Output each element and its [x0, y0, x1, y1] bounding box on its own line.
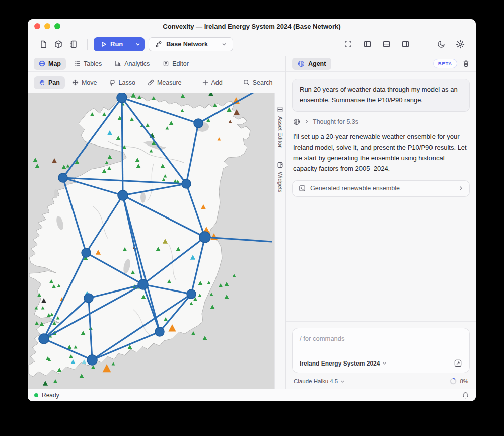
chevron-right-icon [304, 119, 309, 124]
network-node[interactable] [194, 119, 203, 128]
side-tab-label: Widgets [277, 172, 283, 193]
panel-icon [277, 106, 283, 113]
agent-tab[interactable]: Agent [292, 58, 331, 70]
tab-label: Tables [84, 60, 102, 67]
new-file-button[interactable] [36, 37, 51, 51]
close-window-button[interactable] [34, 23, 40, 29]
window-title: Convexity — Ireland Energy System 2024 (… [163, 23, 340, 30]
chevron-down-icon [135, 42, 140, 47]
network-node[interactable] [87, 355, 97, 365]
fullscreen-icon [344, 40, 352, 48]
tool-measure[interactable]: Measure [142, 76, 187, 89]
network-node[interactable] [117, 93, 127, 103]
search-icon [243, 79, 250, 86]
clear-conversation-button[interactable] [462, 60, 470, 67]
package-button[interactable] [51, 37, 66, 51]
model-selector[interactable]: Claude Haiku 4.5 [294, 378, 345, 384]
network-node[interactable] [39, 334, 49, 344]
globe-icon [39, 60, 45, 67]
network-node[interactable] [155, 327, 164, 336]
map-toolbar-separator [192, 78, 192, 88]
dark-mode-button[interactable] [434, 37, 449, 51]
tool-call-row[interactable]: Generated renewable ensemble [292, 180, 470, 197]
tool-pan[interactable]: Pan [34, 76, 65, 89]
tool-move[interactable]: Move [67, 76, 102, 89]
conversation: Run 20 years of weather data through my … [286, 72, 476, 321]
plus-icon [202, 80, 208, 86]
chevron-down-icon [340, 379, 345, 384]
traffic-lights [34, 23, 60, 29]
notebook-button[interactable] [66, 37, 81, 51]
side-panel-tabs: Asset Editor Widgets [274, 93, 285, 389]
map-toolbar: Pan Move Lasso [28, 72, 285, 93]
context-selector[interactable]: Ireland Energy System 2024 [300, 360, 387, 367]
side-tab-asset-editor[interactable]: Asset Editor [277, 106, 283, 148]
document-icon [163, 60, 169, 67]
open-editor-button[interactable] [454, 359, 462, 368]
network-node[interactable] [138, 279, 148, 289]
tab-tables[interactable]: Tables [69, 58, 107, 70]
brain-icon [298, 60, 305, 67]
tab-analytics[interactable]: Analytics [110, 58, 155, 70]
tab-editor[interactable]: Editor [158, 58, 194, 70]
network-node[interactable] [82, 248, 91, 257]
list-icon [74, 60, 81, 67]
network-map[interactable] [28, 93, 274, 388]
toolbar-separator [87, 39, 88, 50]
agent-panel-header: Agent BETA [286, 56, 476, 72]
tool-add[interactable]: Add [197, 76, 228, 89]
agent-tab-label: Agent [308, 60, 326, 67]
trash-icon [462, 60, 470, 67]
tab-map[interactable]: Map [34, 58, 66, 70]
agent-panel: Agent BETA Run 20 years of weather data … [286, 56, 476, 389]
status-bar: Ready [28, 389, 476, 401]
tool-label: Add [211, 79, 223, 86]
tool-label: Measure [157, 79, 182, 86]
panel-right-icon [401, 40, 410, 48]
model-selector-value: Claude Haiku 4.5 [294, 378, 338, 384]
message-input[interactable]: / for commands Ireland Energy System 202… [292, 328, 470, 373]
beta-badge: BETA [433, 59, 457, 68]
tool-lasso[interactable]: Lasso [104, 76, 140, 89]
tool-search[interactable]: Search [238, 76, 278, 89]
minimize-window-button[interactable] [44, 23, 50, 29]
chevron-right-icon [458, 186, 463, 191]
bell-icon [462, 392, 469, 399]
run-button[interactable]: Run [94, 37, 131, 51]
fullscreen-button[interactable] [340, 37, 355, 51]
user-message: Run 20 years of weather data through my … [292, 79, 470, 112]
run-options-button[interactable] [131, 37, 145, 51]
toggle-bottom-panel-button[interactable] [379, 37, 394, 51]
input-placeholder: / for commands [300, 335, 462, 342]
context-selector-value: Ireland Energy System 2024 [300, 360, 380, 367]
tab-label: Editor [172, 60, 189, 67]
thought-row[interactable]: Thought for 5.3s [293, 118, 469, 125]
network-node[interactable] [182, 179, 191, 188]
toggle-left-panel-button[interactable] [359, 37, 375, 51]
tool-label: Lasso [119, 79, 135, 86]
chevron-down-icon [382, 361, 387, 366]
notifications-button[interactable] [462, 392, 469, 399]
network-node[interactable] [187, 289, 196, 299]
network-selector[interactable]: Base Network [149, 37, 233, 51]
new-file-icon [39, 40, 48, 49]
zoom-window-button[interactable] [54, 23, 60, 29]
run-button-group: Run [94, 37, 145, 51]
network-node[interactable] [84, 294, 93, 303]
hand-icon [39, 79, 45, 86]
thought-label: Thought for 5.3s [313, 118, 358, 125]
map-toolbar-separator [233, 78, 233, 88]
network-node[interactable] [58, 173, 67, 182]
settings-button[interactable] [453, 37, 468, 51]
workspace: Map Tables Analytics [28, 56, 286, 389]
branch-icon [155, 41, 162, 48]
model-row: Claude Haiku 4.5 8% [292, 378, 470, 385]
toggle-right-panel-button[interactable] [398, 37, 413, 51]
edit-icon [454, 359, 462, 368]
network-node[interactable] [199, 232, 210, 243]
network-selector-value: Base Network [166, 41, 218, 48]
map-canvas[interactable] [28, 93, 274, 389]
tool-label: Pan [48, 79, 60, 86]
side-tab-widgets[interactable]: Widgets [277, 162, 283, 193]
network-node[interactable] [118, 190, 128, 200]
